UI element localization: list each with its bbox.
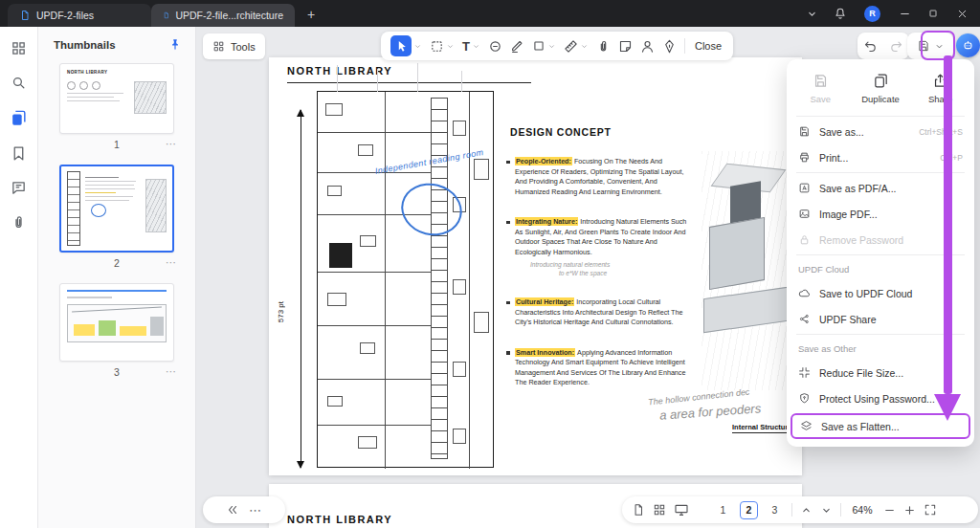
minimize-button[interactable] bbox=[892, 2, 917, 25]
pencil-note-line: Introducing natural elements bbox=[530, 261, 610, 268]
quick-action-label: Save bbox=[811, 94, 832, 104]
page-more-menu[interactable]: ⋯ bbox=[166, 256, 176, 269]
chevron-down-icon[interactable] bbox=[413, 42, 422, 51]
page-number: 2 bbox=[59, 257, 174, 269]
tab-label: UPDF-2-file...rchitecture bbox=[175, 10, 283, 21]
tab-updf-2-files[interactable]: UPDF-2-files bbox=[8, 4, 151, 27]
page-button-2-current[interactable]: 2 bbox=[740, 501, 758, 519]
zoom-out-minus-icon[interactable] bbox=[883, 504, 896, 517]
thumbnail-2-meta: 2 ⋯ bbox=[59, 257, 174, 271]
bottom-right-pill: 1 2 3 64% bbox=[622, 496, 978, 523]
close-window-button[interactable] bbox=[949, 2, 974, 25]
robot-icon bbox=[961, 38, 975, 53]
shape-tool[interactable] bbox=[532, 39, 556, 53]
page-thumbnail-3[interactable] bbox=[59, 283, 174, 362]
page-thumbnail-1[interactable]: NORTH LIBRARY bbox=[59, 63, 174, 134]
concept-bullet-nature: Integrating Nature:Introducing Natural E… bbox=[506, 217, 690, 277]
attachment-tool[interactable] bbox=[596, 39, 611, 54]
pin-icon[interactable] bbox=[168, 38, 182, 52]
menu-item-label: Remove Password bbox=[819, 234, 963, 246]
quick-share-button[interactable]: Share bbox=[910, 73, 970, 104]
quick-save-button[interactable]: Save bbox=[791, 73, 851, 104]
maximize-button[interactable] bbox=[921, 2, 946, 25]
pencil-note-line: to e*W the space bbox=[530, 269, 690, 277]
select-tool[interactable] bbox=[430, 39, 455, 54]
page-button-3[interactable]: 3 bbox=[766, 501, 784, 519]
bullet-highlight: Cultural Heritage: bbox=[515, 297, 574, 306]
zoom-in-plus-icon[interactable] bbox=[903, 504, 916, 517]
cursor-icon bbox=[395, 40, 408, 53]
chevron-down-icon[interactable] bbox=[472, 42, 480, 51]
tools-button[interactable]: Tools bbox=[203, 33, 265, 59]
highlighter-tool[interactable] bbox=[510, 39, 524, 54]
page-button-1[interactable]: 1 bbox=[714, 501, 732, 519]
close-toolbar-button[interactable]: Close bbox=[693, 40, 724, 52]
tab-label: UPDF-2-files bbox=[36, 10, 94, 21]
undo-icon[interactable] bbox=[863, 39, 878, 54]
thumbnails-pages-icon[interactable] bbox=[10, 109, 28, 127]
concept-bullet-heritage: Cultural Heritage:Incorporating Local Cu… bbox=[506, 297, 690, 328]
chevron-down-icon[interactable] bbox=[934, 41, 945, 52]
search-icon[interactable] bbox=[11, 75, 27, 91]
bottom-separator bbox=[791, 503, 792, 517]
square-shape-icon bbox=[532, 39, 546, 53]
chevron-down-icon[interactable] bbox=[547, 42, 556, 51]
ai-assistant-button[interactable] bbox=[956, 33, 980, 57]
measure-tool[interactable] bbox=[564, 39, 589, 54]
bottom-more-button[interactable]: ⋯ bbox=[249, 503, 262, 517]
signature-tool[interactable] bbox=[640, 39, 655, 54]
redo-icon[interactable] bbox=[889, 39, 903, 54]
tab-updf-2-file-architecture[interactable]: UPDF-2-file...rchitecture bbox=[151, 4, 295, 27]
page-more-menu[interactable]: ⋯ bbox=[166, 365, 176, 378]
single-page-icon[interactable] bbox=[632, 503, 645, 517]
bullet-highlight: Integrating Nature: bbox=[515, 217, 578, 226]
titlebar-chevron-down-icon[interactable] bbox=[799, 2, 824, 25]
pointer-tool[interactable] bbox=[390, 35, 422, 56]
chevron-down-icon[interactable] bbox=[446, 42, 455, 51]
person-icon bbox=[640, 39, 655, 54]
thumbnails-header: Thumbnails bbox=[38, 27, 195, 63]
page-more-menu[interactable]: ⋯ bbox=[166, 138, 176, 150]
new-tab-button[interactable]: + bbox=[302, 6, 320, 23]
next-page-chevron-down-icon[interactable] bbox=[820, 504, 833, 517]
bullet-highlight: People-Oriented: bbox=[515, 157, 572, 165]
grid-view-icon[interactable] bbox=[653, 503, 666, 517]
menu-item-label: UPDF Share bbox=[819, 314, 963, 325]
menu-item-label: Reduce File Size... bbox=[819, 367, 963, 379]
chevron-down-icon[interactable] bbox=[580, 42, 589, 51]
menu-divider bbox=[796, 172, 965, 173]
menu-item-label: Image PDF... bbox=[819, 209, 963, 220]
menu-divider bbox=[796, 334, 965, 335]
sticker-tool[interactable] bbox=[618, 39, 633, 54]
text-tool[interactable]: T bbox=[462, 39, 480, 54]
user-avatar[interactable]: R bbox=[864, 6, 880, 22]
share-nodes-icon bbox=[798, 313, 811, 325]
fit-expand-icon[interactable] bbox=[924, 503, 937, 517]
quick-duplicate-button[interactable]: Duplicate bbox=[851, 73, 911, 104]
menu-divider bbox=[796, 116, 965, 117]
tools-label: Tools bbox=[231, 41, 256, 53]
zoom-level[interactable]: 64% bbox=[849, 504, 876, 516]
collapse-chevrons-icon[interactable] bbox=[226, 503, 239, 517]
comment-tool[interactable] bbox=[488, 39, 502, 54]
comments-icon[interactable] bbox=[11, 180, 27, 196]
previous-page-chevron-up-icon[interactable] bbox=[800, 504, 813, 517]
bookmark-icon[interactable] bbox=[11, 145, 27, 162]
dimension-line bbox=[301, 110, 301, 468]
left-sidebar-rail bbox=[0, 27, 38, 528]
attachments-paperclip-icon[interactable] bbox=[11, 214, 27, 231]
reader-mode-icon[interactable] bbox=[674, 502, 689, 517]
titlebar: UPDF-2-files UPDF-2-file...rchitecture +… bbox=[0, 0, 980, 27]
thumb-page-title: NORTH LIBRARY bbox=[67, 70, 167, 75]
apps-grid-icon[interactable] bbox=[11, 40, 27, 56]
comment-bubble-icon bbox=[488, 39, 502, 54]
notifications-bell-icon[interactable] bbox=[828, 2, 853, 25]
design-concept-bullets: People-Oriented:Focusing On The Needs An… bbox=[506, 157, 690, 408]
toolbar-separator bbox=[684, 38, 685, 54]
page-thumbnail-2-selected[interactable] bbox=[59, 165, 174, 253]
lock-icon bbox=[798, 233, 811, 246]
titlebar-controls: R bbox=[799, 0, 974, 27]
concept-bullet-people: People-Oriented:Focusing On The Needs An… bbox=[506, 157, 690, 197]
sign-pen-tool[interactable] bbox=[662, 39, 677, 54]
selection-frame-icon bbox=[430, 39, 444, 54]
